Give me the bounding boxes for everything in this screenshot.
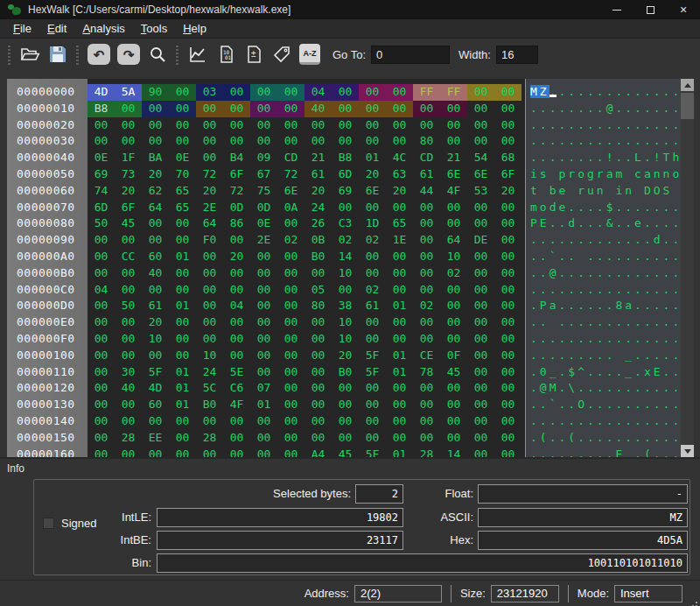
- byte-cell[interactable]: 65: [169, 200, 196, 216]
- ascii-char[interactable]: .: [550, 216, 559, 229]
- open-file-button[interactable]: [16, 42, 44, 67]
- byte-cell[interactable]: 00: [494, 447, 522, 457]
- ascii-char[interactable]: .: [578, 431, 587, 444]
- ascii-char[interactable]: .: [587, 431, 597, 444]
- byte-cell[interactable]: 00: [169, 84, 196, 101]
- ascii-char[interactable]: .: [615, 365, 625, 378]
- byte-cell[interactable]: 00: [223, 314, 250, 331]
- byte-cell[interactable]: 00: [250, 101, 277, 117]
- ascii-char[interactable]: .: [644, 266, 654, 279]
- byte-cell[interactable]: 00: [196, 282, 223, 299]
- byte-cell[interactable]: 00: [332, 380, 359, 397]
- byte-cell[interactable]: B0: [196, 397, 223, 413]
- byte-cell[interactable]: 00: [115, 265, 142, 282]
- byte-cell[interactable]: 67: [250, 166, 277, 183]
- ascii-char[interactable]: .: [672, 266, 682, 279]
- ascii-char[interactable]: .: [568, 283, 578, 296]
- byte-cell[interactable]: 61: [304, 166, 332, 183]
- byte-cell[interactable]: 00: [413, 265, 440, 282]
- byte-cell[interactable]: B0: [304, 249, 332, 265]
- byte-cell[interactable]: 03: [196, 84, 223, 101]
- byte-cell[interactable]: 00: [440, 282, 467, 299]
- ascii-char[interactable]: .: [644, 233, 654, 246]
- ascii-char[interactable]: .: [625, 381, 634, 394]
- byte-cell[interactable]: 00: [413, 314, 440, 331]
- ascii-column[interactable]: MZ......................@...............…: [525, 79, 681, 457]
- ascii-char[interactable]: .: [625, 398, 634, 411]
- byte-cell[interactable]: 00: [196, 447, 223, 457]
- ascii-char[interactable]: .: [672, 349, 682, 362]
- byte-cell[interactable]: 74: [88, 183, 115, 200]
- vertical-scrollbar[interactable]: [681, 79, 694, 457]
- byte-cell[interactable]: 20: [494, 183, 522, 200]
- ascii-char[interactable]: .: [606, 283, 616, 296]
- ascii-char[interactable]: .: [578, 85, 587, 98]
- ascii-char[interactable]: .: [530, 332, 540, 345]
- byte-cell[interactable]: 00: [304, 133, 332, 150]
- ascii-char[interactable]: .: [597, 283, 606, 296]
- ascii-char[interactable]: .: [568, 266, 578, 279]
- byte-cell[interactable]: 1F: [115, 150, 142, 166]
- byte-cell[interactable]: 90: [142, 84, 169, 101]
- byte-cell[interactable]: 10: [332, 265, 359, 282]
- ascii-char[interactable]: .: [634, 365, 644, 378]
- byte-cell[interactable]: 45: [440, 364, 467, 381]
- ascii-char[interactable]: .: [615, 134, 625, 147]
- ascii-char[interactable]: ^: [578, 365, 587, 378]
- byte-cell[interactable]: 5E: [223, 364, 250, 381]
- byte-cell[interactable]: 00: [250, 348, 277, 364]
- byte-cell[interactable]: 00: [277, 380, 304, 397]
- byte-cell[interactable]: 0A: [277, 200, 304, 216]
- ascii-char[interactable]: s: [540, 167, 550, 180]
- byte-cell[interactable]: 00: [115, 101, 142, 117]
- byte-cell[interactable]: 00: [277, 413, 304, 430]
- byte-cell[interactable]: 5C: [196, 380, 223, 397]
- byte-cell[interactable]: 01: [386, 348, 413, 364]
- byte-cell[interactable]: 02: [359, 232, 386, 249]
- ascii-char[interactable]: D: [644, 184, 654, 197]
- byte-cell[interactable]: 1E: [386, 232, 413, 249]
- ascii-char[interactable]: [615, 349, 625, 362]
- ascii-char[interactable]: E: [654, 365, 663, 378]
- ascii-char[interactable]: .: [644, 283, 654, 296]
- address-value[interactable]: 2(2): [354, 585, 442, 602]
- ascii-char[interactable]: .: [587, 151, 597, 164]
- ascii-char[interactable]: .: [597, 332, 606, 345]
- toolbar-grip[interactable]: [174, 44, 181, 65]
- ascii-char[interactable]: .: [597, 85, 606, 98]
- byte-cell[interactable]: 20: [332, 348, 359, 364]
- ascii-char[interactable]: .: [550, 414, 559, 427]
- ascii-char[interactable]: .: [663, 315, 673, 328]
- ascii-char[interactable]: a: [606, 167, 616, 180]
- byte-cell[interactable]: 00: [494, 265, 522, 282]
- byte-cell[interactable]: 00: [115, 314, 142, 331]
- ascii-char[interactable]: .: [587, 266, 597, 279]
- ascii-char[interactable]: .: [625, 332, 634, 345]
- ascii-char[interactable]: .: [644, 134, 654, 147]
- ascii-char[interactable]: h: [672, 151, 682, 164]
- ascii-char[interactable]: E: [615, 447, 625, 457]
- byte-cell[interactable]: 00: [169, 314, 196, 331]
- ascii-char[interactable]: r: [568, 167, 578, 180]
- ascii-char[interactable]: !: [654, 151, 663, 164]
- byte-cell[interactable]: 4C: [386, 150, 413, 166]
- ascii-char[interactable]: .: [672, 447, 682, 457]
- byte-cell[interactable]: 00: [332, 101, 359, 117]
- byte-cell[interactable]: 21: [440, 150, 467, 166]
- ascii-char[interactable]: .: [540, 332, 550, 345]
- ascii-char[interactable]: .: [597, 299, 606, 312]
- byte-cell[interactable]: 00: [142, 447, 169, 457]
- byte-cell[interactable]: 00: [494, 348, 522, 364]
- byte-cell[interactable]: CC: [115, 249, 142, 265]
- byte-cell[interactable]: 00: [359, 430, 386, 447]
- ascii-char[interactable]: .: [644, 151, 654, 164]
- ascii-char[interactable]: .: [654, 349, 663, 362]
- ascii-char[interactable]: .: [568, 414, 578, 427]
- ascii-char[interactable]: .: [672, 216, 682, 229]
- ascii-char[interactable]: .: [625, 85, 634, 98]
- byte-cell[interactable]: 80: [304, 298, 332, 314]
- byte-cell[interactable]: 00: [88, 265, 115, 282]
- ascii-char[interactable]: .: [672, 398, 682, 411]
- ascii-char[interactable]: .: [578, 381, 587, 394]
- ascii-char[interactable]: u: [587, 184, 597, 197]
